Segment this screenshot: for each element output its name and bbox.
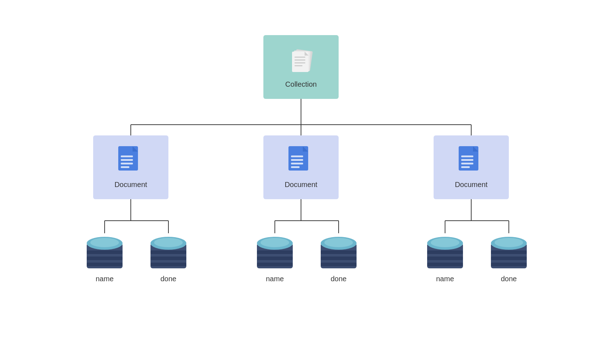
svg-rect-38 xyxy=(291,163,303,164)
document-icon-right xyxy=(457,145,486,178)
svg-rect-37 xyxy=(291,159,303,161)
svg-rect-66 xyxy=(321,250,357,254)
svg-rect-67 xyxy=(321,257,357,260)
svg-rect-72 xyxy=(427,250,463,254)
collection-label: Collection xyxy=(285,80,317,88)
svg-rect-32 xyxy=(121,166,129,168)
svg-rect-36 xyxy=(291,155,303,157)
cylinder-icon-right-name xyxy=(425,233,465,273)
svg-rect-50 xyxy=(87,263,123,266)
document-icon-left xyxy=(116,145,145,178)
field-left-name-label: name xyxy=(96,275,114,283)
svg-point-82 xyxy=(494,238,523,247)
document-icon-center xyxy=(287,145,315,178)
cylinder-icon-center-name xyxy=(255,233,295,273)
cylinder-icon-left-done xyxy=(149,233,188,273)
svg-rect-74 xyxy=(427,263,463,266)
field-right-done-label: done xyxy=(501,275,517,283)
svg-rect-21 xyxy=(295,59,305,61)
svg-rect-80 xyxy=(491,263,527,266)
svg-rect-49 xyxy=(87,257,123,260)
svg-rect-31 xyxy=(121,163,133,164)
svg-rect-78 xyxy=(491,250,527,254)
svg-rect-45 xyxy=(461,163,473,164)
svg-rect-68 xyxy=(321,263,357,266)
field-center-name-label: name xyxy=(266,275,284,283)
svg-rect-22 xyxy=(295,62,305,63)
svg-rect-39 xyxy=(291,166,300,168)
svg-rect-23 xyxy=(295,65,302,66)
svg-rect-48 xyxy=(87,250,123,254)
field-right-name: name xyxy=(425,233,465,283)
svg-rect-61 xyxy=(257,257,293,260)
svg-rect-54 xyxy=(150,250,186,254)
svg-rect-20 xyxy=(295,57,305,58)
document-node-left: Document xyxy=(93,135,168,199)
svg-rect-29 xyxy=(121,155,133,157)
svg-point-70 xyxy=(324,238,353,247)
svg-point-52 xyxy=(90,238,119,247)
svg-point-76 xyxy=(431,238,459,247)
svg-rect-55 xyxy=(150,257,186,260)
svg-rect-73 xyxy=(427,257,463,260)
diagram: Collection Document xyxy=(50,21,552,343)
field-center-done-label: done xyxy=(331,275,347,283)
svg-rect-30 xyxy=(121,159,133,161)
field-right-done: done xyxy=(489,233,529,283)
svg-rect-56 xyxy=(150,263,186,266)
cylinder-icon-center-done xyxy=(319,233,358,273)
svg-rect-44 xyxy=(461,159,473,161)
document-label-right: Document xyxy=(455,181,487,189)
document-label-left: Document xyxy=(114,181,147,189)
document-label-center: Document xyxy=(285,181,317,189)
document-node-right: Document xyxy=(434,135,509,199)
document-node-center: Document xyxy=(263,135,339,199)
field-center-done: done xyxy=(319,233,358,283)
svg-point-64 xyxy=(261,238,289,247)
svg-rect-46 xyxy=(461,166,470,168)
collection-icon xyxy=(285,45,317,77)
svg-rect-79 xyxy=(491,257,527,260)
svg-rect-60 xyxy=(257,250,293,254)
field-right-name-label: name xyxy=(436,275,454,283)
svg-point-58 xyxy=(154,238,183,247)
field-center-name: name xyxy=(255,233,295,283)
field-left-done: done xyxy=(149,233,188,283)
collection-node: Collection xyxy=(263,35,339,99)
field-left-name: name xyxy=(85,233,124,283)
cylinder-icon-left-name xyxy=(85,233,124,273)
field-left-done-label: done xyxy=(161,275,177,283)
svg-rect-62 xyxy=(257,263,293,266)
cylinder-icon-right-done xyxy=(489,233,529,273)
svg-rect-43 xyxy=(461,155,473,157)
